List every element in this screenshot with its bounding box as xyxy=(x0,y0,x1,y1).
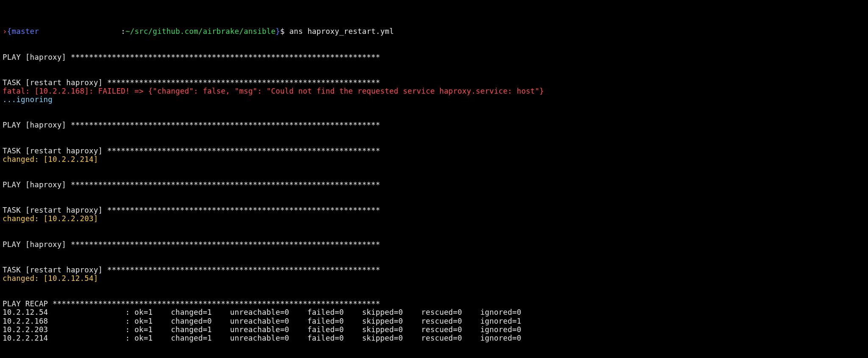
blank-line xyxy=(3,164,865,172)
recap-row: 10.2.2.168 : ok=1 changed=0 unreachable=… xyxy=(3,317,521,325)
blank-line xyxy=(3,104,865,112)
blank-line xyxy=(3,61,865,70)
blank-line xyxy=(3,283,865,291)
task-header: TASK [restart haproxy] *****************… xyxy=(3,266,380,274)
prompt-chevron: › xyxy=(3,27,7,36)
prompt-dollar: $ xyxy=(280,27,285,36)
terminal-output[interactable]: ›{master :~/src/github.com/airbrake/ansi… xyxy=(3,27,865,358)
prompt-line-1: ›{master :~/src/github.com/airbrake/ansi… xyxy=(3,27,394,36)
play-header: PLAY [haproxy] *************************… xyxy=(3,240,380,249)
play-header: PLAY [haproxy] *************************… xyxy=(3,121,380,129)
recap-row: 10.2.2.214 : ok=1 changed=1 unreachable=… xyxy=(3,334,521,342)
blank-line xyxy=(3,130,865,138)
task-header: TASK [restart haproxy] *****************… xyxy=(3,78,380,87)
changed-line: changed: [10.2.2.203] xyxy=(3,214,98,223)
ignoring-line: ...ignoring xyxy=(3,95,53,104)
prompt-cwd: ~/src/github.com/airbrake/ansible xyxy=(125,27,275,36)
play-header: PLAY [haproxy] *************************… xyxy=(3,53,380,61)
recap-row: 10.2.12.54 : ok=1 changed=1 unreachable=… xyxy=(3,308,521,316)
changed-line: changed: [10.2.12.54] xyxy=(3,274,98,283)
blank-line xyxy=(3,223,865,232)
recap-header: PLAY RECAP *****************************… xyxy=(3,300,380,308)
task-header: TASK [restart haproxy] *****************… xyxy=(3,147,380,155)
git-branch: {master xyxy=(7,27,39,36)
recap-row: 10.2.2.203 : ok=1 changed=1 unreachable=… xyxy=(3,325,521,334)
command-text: ans haproxy_restart.yml xyxy=(285,27,394,36)
blank-line xyxy=(3,249,865,257)
blank-line xyxy=(3,36,865,44)
prompt-close-brace: } xyxy=(275,27,280,36)
prompt-colon: : xyxy=(121,27,125,36)
task-header: TASK [restart haproxy] *****************… xyxy=(3,206,380,214)
play-header: PLAY [haproxy] *************************… xyxy=(3,180,380,189)
fatal-line: fatal: [10.2.2.168]: FAILED! => {"change… xyxy=(3,87,544,95)
blank-line xyxy=(3,189,865,197)
prompt-spacer xyxy=(39,27,121,36)
changed-line: changed: [10.2.2.214] xyxy=(3,155,98,164)
blank-line xyxy=(3,342,865,351)
